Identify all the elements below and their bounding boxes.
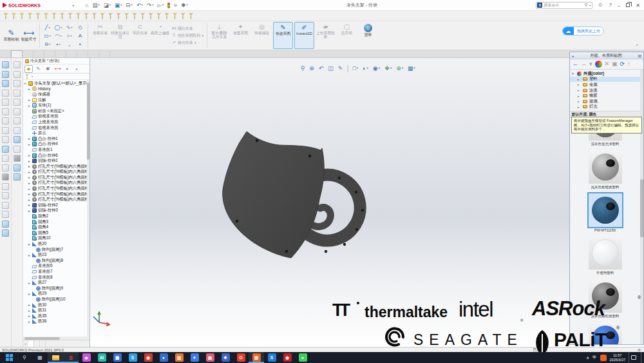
tree-item[interactable]: 圆角2: [23, 213, 90, 219]
left-tool-4[interactable]: [2, 90, 9, 97]
expand-arrow-icon[interactable]: ▸: [578, 83, 581, 86]
tree-item[interactable]: 圆角4: [23, 224, 90, 230]
tray-overflow-icon[interactable]: ∧: [586, 355, 589, 360]
tab-features[interactable]: [0, 50, 11, 57]
solidworks-app[interactable]: S: [63, 352, 79, 363]
notification-center-button[interactable]: [629, 352, 638, 363]
point-tool[interactable]: •▾: [53, 40, 64, 48]
tree-item[interactable]: 打孔尺寸(%模板)内六角圆柱头螺: [23, 191, 90, 197]
3d-model[interactable]: [90, 58, 644, 347]
dropdown-caret-icon[interactable]: ▾: [71, 26, 72, 29]
tree-item[interactable]: 上视基准面: [23, 119, 90, 125]
view-tool-10[interactable]: [14, 146, 21, 153]
refresh-icon[interactable]: ⟳: [620, 61, 625, 67]
left-tool-9[interactable]: [2, 136, 9, 143]
tree-item[interactable]: 打孔尺寸(%模板)内六角圆柱头螺: [23, 181, 90, 186]
dimxpertmanager-tab[interactable]: ⟷: [53, 65, 62, 73]
filter-mates-icon[interactable]: [189, 13, 194, 19]
app-ai[interactable]: AI: [94, 352, 109, 363]
left-tool-6[interactable]: [2, 108, 9, 115]
view-tool-9[interactable]: [14, 136, 21, 143]
tree-item[interactable]: 前视基准面: [23, 114, 90, 120]
tree-item[interactable]: 筋36: [23, 319, 90, 325]
filter-annotations-icon[interactable]: [132, 13, 137, 19]
category-paint[interactable]: ▸ 油漆: [570, 88, 643, 93]
tree-filter-caret-icon[interactable]: ▾: [32, 75, 33, 78]
trim-entities-button[interactable]: ✂ 剪裁实体: [90, 22, 110, 49]
filter-axes-icon[interactable]: [52, 13, 57, 19]
app-heart[interactable]: ♥: [187, 352, 202, 363]
filter-dimensions-icon[interactable]: [124, 13, 129, 19]
dropdown-caret-icon[interactable]: ▾: [109, 4, 111, 7]
displaymanager-tab[interactable]: ◐: [63, 65, 71, 73]
text-tool[interactable]: A: [75, 32, 86, 40]
dropdown-caret-icon[interactable]: ▾: [70, 34, 71, 37]
appearance-translucent-plastic[interactable]: 半透明塑料: [585, 236, 625, 275]
left-tool-17[interactable]: [2, 211, 9, 218]
filter-sketch-icon[interactable]: [76, 13, 81, 19]
file-properties-icon[interactable]: ≡: [174, 3, 177, 8]
minimize-button[interactable]: –: [618, 3, 620, 8]
quick-snaps-button[interactable]: ◎ 快速捕捉: [252, 22, 272, 49]
filter-faces-icon[interactable]: [35, 13, 41, 19]
plane-tool[interactable]: ▪: [75, 40, 86, 48]
expand-arrow-icon[interactable]: ▸: [578, 94, 581, 98]
left-tool-12[interactable]: [2, 164, 9, 172]
filter-datums-icon[interactable]: [164, 13, 169, 19]
left-tool-11[interactable]: [2, 155, 9, 162]
app-blue[interactable]: ●: [156, 352, 171, 363]
tree-item[interactable]: 阵列(圆周)8: [23, 258, 90, 264]
expand-arrow-icon[interactable]: ▾: [572, 72, 575, 75]
app-office[interactable]: ▥: [171, 352, 187, 363]
expand-arrow-icon[interactable]: ▸: [578, 88, 581, 92]
view-tool-13[interactable]: [14, 173, 21, 181]
category-plastic[interactable]: ▸ 塑料: [570, 77, 643, 83]
collapse-pane-icon[interactable]: «: [572, 54, 574, 58]
tree-item[interactable]: 切除-拉伸3: [23, 208, 90, 214]
app-paint[interactable]: ◆: [79, 352, 94, 363]
filter-sketch-points-icon[interactable]: [84, 13, 89, 19]
dropdown-caret-icon[interactable]: ▾: [48, 26, 50, 29]
configurationmanager-tab[interactable]: ✱: [44, 65, 52, 73]
tree-item[interactable]: 传感器: [23, 92, 90, 97]
line-tool[interactable]: ╱▾: [42, 23, 53, 32]
app-grid[interactable]: ▦: [109, 352, 125, 363]
customize-caret-icon[interactable]: ▾: [546, 348, 547, 351]
appearances-wheel-icon[interactable]: [595, 61, 602, 68]
left-tool-5[interactable]: [2, 99, 9, 106]
bounding-box-button[interactable]: ▢ 边界框: [337, 22, 357, 49]
left-tool-1[interactable]: [2, 61, 9, 68]
tree-item[interactable]: 切除-拉伸1: [23, 158, 90, 164]
app-oracle[interactable]: O: [233, 352, 249, 363]
pin-pane-icon[interactable]: ⊡: [638, 54, 641, 58]
shaded-contours-button[interactable]: ▰ 上色草图轮廓: [316, 22, 336, 49]
search-caret-icon[interactable]: ▾: [589, 4, 591, 7]
tree-filter-icon[interactable]: [25, 74, 29, 79]
view-tool-7[interactable]: [14, 117, 21, 124]
left-tool-3[interactable]: [2, 80, 9, 87]
filter-surface-bodies-icon[interactable]: [173, 13, 178, 19]
polygon-tool[interactable]: ◇: [75, 23, 86, 32]
sketch-button[interactable]: ✎ 草图绘制: [3, 22, 20, 49]
tree-item[interactable]: 基准面7: [23, 269, 90, 275]
dropdown-caret-icon[interactable]: ▾: [61, 26, 62, 29]
filter-vertices-icon[interactable]: [19, 13, 24, 19]
app-s2[interactable]: S: [264, 352, 279, 363]
forward-icon[interactable]: →: [581, 61, 587, 67]
tree-item[interactable]: 阵列(圆周)10: [23, 297, 90, 302]
tab-mbd-dimensions[interactable]: [55, 50, 66, 57]
app-record[interactable]: ◉: [279, 352, 295, 363]
back-icon[interactable]: ←: [573, 61, 578, 67]
convert-entities-button[interactable]: ⧉ 转换实体引用: [110, 22, 130, 49]
tree-item[interactable]: 圆角3: [23, 219, 90, 225]
pin-menu-icon[interactable]: ✦: [71, 3, 75, 8]
tree-item[interactable]: 打孔尺寸(%模板)内六角圆柱头螺: [23, 186, 90, 191]
ime-indicator[interactable]: 中: [592, 355, 597, 360]
spline-tool[interactable]: ∿▾: [64, 23, 75, 32]
left-tool-18[interactable]: [2, 221, 9, 228]
tree-item[interactable]: 筋20: [23, 241, 90, 247]
dropdown-caret-icon[interactable]: ▾: [49, 43, 50, 46]
task-view[interactable]: ▦: [32, 352, 48, 363]
view-tool-11[interactable]: [14, 155, 21, 162]
left-tool-13[interactable]: [2, 173, 9, 181]
